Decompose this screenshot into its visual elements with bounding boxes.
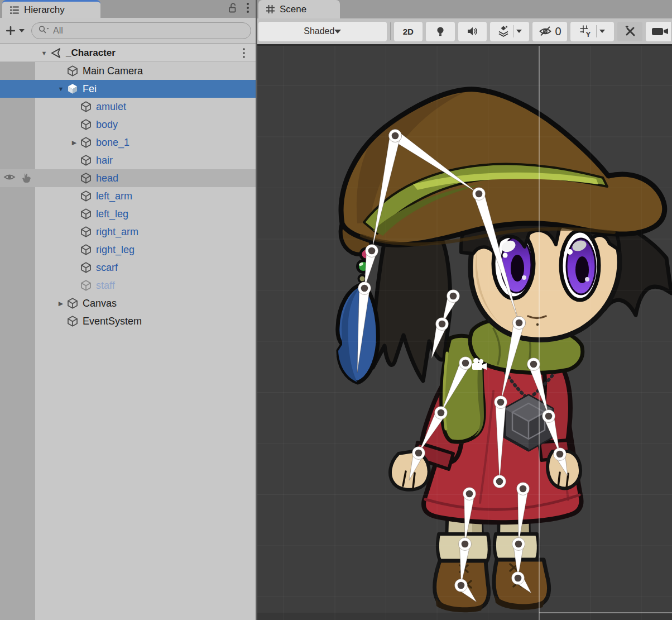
scene-header-kebab-icon[interactable] bbox=[242, 47, 246, 61]
grid-dropdown-caret[interactable] bbox=[599, 30, 605, 33]
component-tools-button[interactable] bbox=[617, 22, 643, 41]
speaker-icon bbox=[465, 25, 479, 37]
bone-joint-hole bbox=[530, 361, 537, 368]
draw-mode-caret bbox=[334, 30, 341, 34]
grid-visibility-button[interactable]: Y bbox=[570, 22, 614, 41]
bone-joint-hole bbox=[458, 582, 465, 589]
tree-row-bone-1[interactable]: ▶bone_1 bbox=[0, 133, 256, 151]
row-label: Canvas bbox=[83, 298, 117, 309]
tree-row-hair[interactable]: hair bbox=[0, 151, 256, 169]
row-label: scarf bbox=[96, 262, 118, 274]
tab-hierarchy[interactable]: Hierarchy bbox=[2, 0, 100, 18]
row-visibility-eye-icon[interactable] bbox=[3, 171, 16, 187]
row-label: left_arm bbox=[96, 190, 132, 202]
bone-joint-hole bbox=[496, 478, 503, 485]
search-input[interactable] bbox=[52, 25, 245, 36]
disclosure-arrow[interactable]: ▶ bbox=[69, 139, 80, 146]
row-label: head bbox=[96, 173, 118, 184]
hidden-count: 0 bbox=[555, 25, 561, 38]
row-label: _Character bbox=[66, 47, 116, 59]
draw-mode-dropdown[interactable]: Shaded bbox=[258, 22, 387, 41]
row-label: right_leg bbox=[96, 244, 135, 256]
cube-icon bbox=[80, 118, 92, 131]
hidden-objects-button[interactable]: 0 bbox=[532, 22, 567, 41]
scene-header-row[interactable]: ▼_Character bbox=[0, 44, 256, 62]
cube-icon bbox=[80, 154, 92, 166]
row-label: EventSystem bbox=[83, 316, 142, 327]
cube-icon bbox=[80, 101, 92, 113]
row-label: staff bbox=[96, 280, 115, 292]
bone-joint-hole bbox=[466, 490, 473, 498]
tree-row-left-arm[interactable]: left_arm bbox=[0, 187, 256, 205]
scene-audio-button[interactable] bbox=[458, 22, 487, 41]
tools-wrench-icon bbox=[623, 24, 637, 39]
bone-joint-hole bbox=[515, 575, 522, 582]
tree-row-right-arm[interactable]: right_arm bbox=[0, 223, 256, 241]
unity-editor-window: { "hierarchy": { "tab_label": "Hierarchy… bbox=[0, 0, 672, 620]
bone-joint-hole bbox=[520, 485, 527, 493]
grid-axis-icon: Y bbox=[579, 24, 593, 39]
cube-icon bbox=[66, 315, 79, 327]
2d-mode-button[interactable]: 2D bbox=[394, 22, 423, 41]
scene-tab-label: Scene bbox=[280, 4, 306, 15]
row-label: Main Camera bbox=[83, 65, 143, 77]
scene-lighting-button[interactable] bbox=[426, 22, 454, 41]
scene-panel: Scene Shaded 2D bbox=[257, 0, 672, 620]
disclosure-arrow[interactable]: ▼ bbox=[39, 50, 50, 56]
prefab-icon bbox=[66, 83, 79, 95]
toolbar-separator bbox=[390, 22, 391, 40]
bone-joint-hole bbox=[415, 450, 423, 457]
tree-row-staff[interactable]: staff bbox=[0, 276, 256, 294]
bone-joint-hole bbox=[516, 319, 523, 327]
hierarchy-toolbar bbox=[0, 18, 256, 44]
lock-icon[interactable] bbox=[227, 2, 239, 16]
tab-scene[interactable]: Scene bbox=[258, 0, 340, 18]
disclosure-arrow[interactable]: ▶ bbox=[55, 300, 66, 307]
bone-joint-hole bbox=[368, 247, 376, 255]
bone-joint-hole bbox=[450, 293, 457, 300]
tree-row-amulet[interactable]: amulet bbox=[0, 98, 256, 116]
bone-joint-hole bbox=[497, 399, 505, 406]
effects-dropdown-caret[interactable] bbox=[516, 30, 522, 33]
row-label: bone_1 bbox=[96, 137, 129, 149]
tree-row-right-leg[interactable]: right_leg bbox=[0, 241, 256, 259]
2d-label: 2D bbox=[403, 27, 414, 36]
tree-row-main-camera[interactable]: Main Camera bbox=[0, 62, 256, 80]
row-label: hair bbox=[96, 155, 113, 166]
cube-icon bbox=[80, 244, 92, 256]
hierarchy-panel: Hierarchy bbox=[0, 0, 256, 620]
lightbulb-icon bbox=[434, 25, 447, 37]
bone-joint-hole bbox=[439, 321, 446, 328]
cube-icon bbox=[80, 172, 92, 184]
tree-row-head[interactable]: head bbox=[0, 169, 256, 187]
search-box[interactable] bbox=[31, 22, 251, 39]
effects-icon bbox=[497, 25, 510, 38]
add-gameobject-button[interactable] bbox=[4, 25, 25, 37]
cube-icon bbox=[80, 279, 92, 292]
hierarchy-tabbar: Hierarchy bbox=[0, 0, 256, 18]
search-icon bbox=[37, 24, 50, 37]
cube-icon bbox=[66, 297, 79, 309]
button-separator bbox=[513, 25, 513, 37]
tree-row-left-leg[interactable]: left_leg bbox=[0, 205, 256, 223]
scene-viewport[interactable] bbox=[257, 46, 672, 620]
disclosure-arrow[interactable]: ▼ bbox=[55, 85, 66, 92]
tree-row-canvas[interactable]: ▶Canvas bbox=[0, 294, 256, 312]
row-label: amulet bbox=[96, 101, 126, 113]
cube-icon bbox=[80, 190, 92, 202]
bone-joint-hole bbox=[361, 285, 368, 292]
tree-row-fei[interactable]: ▼Fei bbox=[0, 80, 256, 98]
tree-row-scarf[interactable]: scarf bbox=[0, 259, 256, 276]
camera-icon bbox=[647, 25, 670, 38]
eye-hidden-icon bbox=[538, 25, 553, 38]
scene-camera-button[interactable] bbox=[646, 22, 671, 41]
tree-row-body[interactable]: body bbox=[0, 116, 256, 133]
cube-icon bbox=[80, 261, 92, 274]
panel-divider[interactable] bbox=[256, 0, 257, 620]
cube-icon bbox=[80, 208, 92, 220]
tree-row-eventsystem[interactable]: EventSystem bbox=[0, 312, 256, 330]
bone-joint-hole bbox=[515, 541, 522, 548]
scene-effects-button[interactable] bbox=[490, 22, 529, 41]
row-picking-hand-icon[interactable] bbox=[20, 171, 33, 187]
hierarchy-menu-kebab-icon[interactable] bbox=[246, 2, 250, 16]
